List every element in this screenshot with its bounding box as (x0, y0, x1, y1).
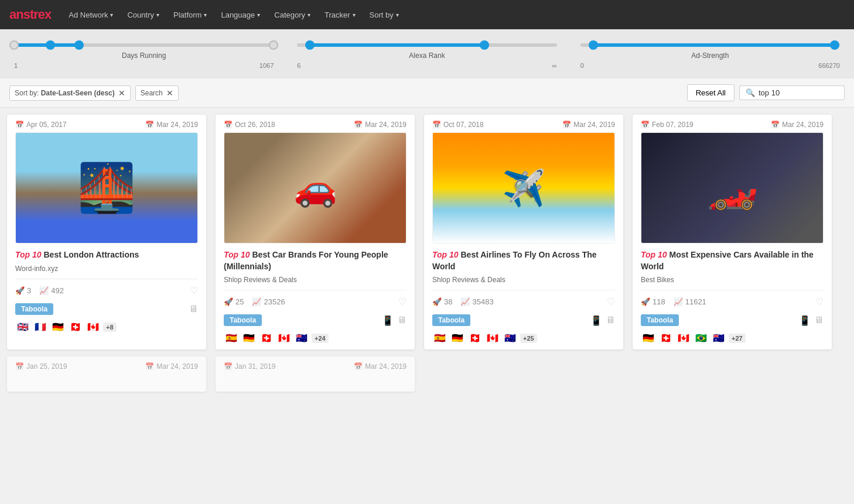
card-4-domain[interactable]: Best Bikes (633, 275, 832, 287)
chevron-down-icon: ▾ (353, 12, 356, 18)
card-3-image[interactable]: ✈️ 🔍 (432, 132, 615, 244)
card-3-dates: 📅 Oct 07, 2018 📅 Mar 24, 2019 (424, 115, 623, 132)
card-1-title: Top 10 Best London Attractions (7, 244, 206, 263)
alexa-rank-max: ∞ (552, 62, 557, 69)
filter-bar: Sort by: Date-Last-Seen (desc) ✕ Search … (0, 78, 854, 108)
card-4: 📅 Feb 07, 2019 📅 Mar 24, 2019 🏎️ Top 10 … (633, 115, 832, 349)
brand-logo[interactable]: anstrex (9, 7, 51, 22)
alexa-rank-thumb1[interactable] (305, 40, 315, 50)
card-2-image[interactable]: 🚗 (224, 132, 406, 244)
card-3-flags-more[interactable]: +25 (520, 334, 537, 343)
card-4-top10[interactable]: Top 10 (641, 250, 667, 259)
alexa-rank-min: 6 (297, 62, 300, 69)
calendar-icon: 📅 (224, 362, 233, 371)
alexa-rank-track[interactable] (297, 43, 556, 47)
flag-de: 🇩🇪 (641, 333, 656, 344)
card-1-flags-more[interactable]: +8 (103, 323, 117, 332)
card-1-flags: 🇬🇧 🇫🇷 🇩🇪 🇨🇭 🇨🇦 +8 (7, 320, 206, 338)
cards-grid: 📅 Apr 05, 2017 📅 Mar 24, 2019 🌉 Top 10 B… (0, 108, 854, 356)
card-3-domain[interactable]: Shlop Reviews & Deals (424, 275, 623, 287)
chevron-down-icon: ▾ (308, 12, 310, 18)
card-4-favorite[interactable]: ♡ (815, 296, 824, 307)
calendar-icon: 📅 (354, 362, 363, 371)
card-1-top10[interactable]: Top 10 (15, 250, 42, 259)
chevron-down-icon: ▾ (156, 12, 159, 18)
nav-country[interactable]: Country ▾ (121, 7, 165, 23)
desktop-icon: 🖥 (814, 315, 824, 326)
card-3-top10[interactable]: Top 10 (432, 250, 459, 259)
search-filter-tag[interactable]: Search ✕ (135, 85, 179, 101)
bottom-card-1-dates: 📅 Jan 25, 2019 📅 Mar 24, 2019 (7, 356, 206, 374)
card-1-trend: 📈 492 (39, 286, 64, 295)
card-1-domain[interactable]: Word-info.xyz (7, 263, 206, 276)
nav-category[interactable]: Category ▾ (268, 7, 316, 23)
card-4-image[interactable]: 🏎️ (641, 132, 824, 244)
reset-all-button[interactable]: Reset All (687, 84, 735, 101)
search-box[interactable]: 🔍 top 10 (739, 85, 845, 100)
card-1-strength: 🚀 3 (15, 286, 31, 295)
card-2-domain[interactable]: Shlop Reviews & Deals (216, 275, 415, 287)
days-running-thumb1[interactable] (46, 40, 55, 50)
ad-strength-track[interactable] (580, 43, 840, 47)
nav-language-label: Language (221, 11, 255, 19)
nav-platform[interactable]: Platform ▾ (168, 7, 213, 23)
ad-strength-label: Ad-Strength (691, 52, 729, 60)
bottom-card-2-dates: 📅 Jan 31, 2019 📅 Mar 24, 2019 (216, 356, 415, 374)
calendar-icon: 📅 (354, 121, 363, 129)
card-4-trend: 📈 11621 (674, 297, 706, 306)
card-2-network-row: Taboola 📱 🖥 (216, 311, 415, 331)
card-1-network-badge[interactable]: Taboola (15, 303, 53, 315)
ad-strength-thumb1[interactable] (589, 40, 598, 50)
card-3-device-icons: 📱 🖥 (590, 315, 615, 326)
card-3-stats: 🚀 38 📈 35483 ♡ (424, 293, 623, 311)
days-running-thumb-max[interactable] (269, 40, 278, 50)
card-3-strength: 🚀 38 (432, 297, 452, 306)
card-4-network-badge[interactable]: Taboola (641, 314, 679, 326)
ad-strength-thumb2[interactable] (830, 40, 839, 50)
ad-strength-range: 0 666270 (580, 62, 840, 69)
card-3-date-start: 📅 Oct 07, 2018 (432, 121, 484, 129)
card-4-divider (641, 290, 824, 290)
chevron-down-icon: ▾ (396, 12, 399, 18)
nav-tracker[interactable]: Tracker ▾ (319, 7, 361, 23)
days-running-track[interactable] (14, 43, 274, 47)
flag-gb: 🇬🇧 (15, 322, 30, 332)
rocket-icon: 🚀 (224, 297, 233, 306)
search-icon: 🔍 (746, 88, 755, 97)
trend-icon: 📈 (252, 297, 261, 306)
card-2-favorite[interactable]: ♡ (398, 296, 406, 307)
search-filter-clear[interactable]: ✕ (166, 88, 173, 98)
card-1-image[interactable]: 🌉 (15, 132, 198, 244)
card-3-trend: 📈 35483 (460, 297, 493, 306)
card-4-flags-more[interactable]: +27 (729, 334, 746, 343)
card-3-favorite[interactable]: ♡ (607, 296, 615, 307)
card-2-device-icons: 📱 🖥 (382, 315, 406, 326)
calendar-icon: 📅 (432, 121, 441, 129)
card-1-date-start: 📅 Apr 05, 2017 (15, 121, 67, 129)
days-running-thumb2[interactable] (74, 40, 84, 50)
card-1-favorite[interactable]: ♡ (190, 285, 198, 296)
card-1-date-end: 📅 Mar 24, 2019 (145, 121, 198, 129)
nav-ad-network[interactable]: Ad Network ▾ (63, 7, 119, 23)
nav-sort-by-label: Sort by (370, 11, 394, 19)
nav-ad-network-label: Ad Network (69, 11, 108, 19)
trend-icon: 📈 (39, 286, 49, 295)
desktop-icon: 🖥 (189, 304, 198, 314)
card-2-flags-more[interactable]: +24 (312, 334, 329, 343)
mobile-icon: 📱 (382, 315, 394, 326)
nav-sort-by[interactable]: Sort by ▾ (364, 7, 405, 23)
days-running-min: 1 (14, 62, 18, 69)
card-3-network-badge[interactable]: Taboola (432, 314, 470, 326)
card-4-date-end: 📅 Mar 24, 2019 (771, 121, 824, 129)
flag-au: 🇦🇺 (294, 333, 309, 344)
nav-language[interactable]: Language ▾ (215, 7, 266, 23)
days-running-thumb-min[interactable] (9, 40, 19, 50)
alexa-rank-thumb2[interactable] (480, 40, 489, 50)
card-4-device-icons: 📱 🖥 (799, 315, 824, 326)
sort-filter-tag[interactable]: Sort by: Date-Last-Seen (desc) ✕ (9, 85, 131, 101)
card-2-top10[interactable]: Top 10 (224, 250, 250, 259)
card-2-network-badge[interactable]: Taboola (224, 314, 262, 326)
sort-filter-clear[interactable]: ✕ (118, 88, 125, 98)
chevron-down-icon: ▾ (204, 12, 207, 18)
brand-prefix: anstr (9, 7, 38, 22)
